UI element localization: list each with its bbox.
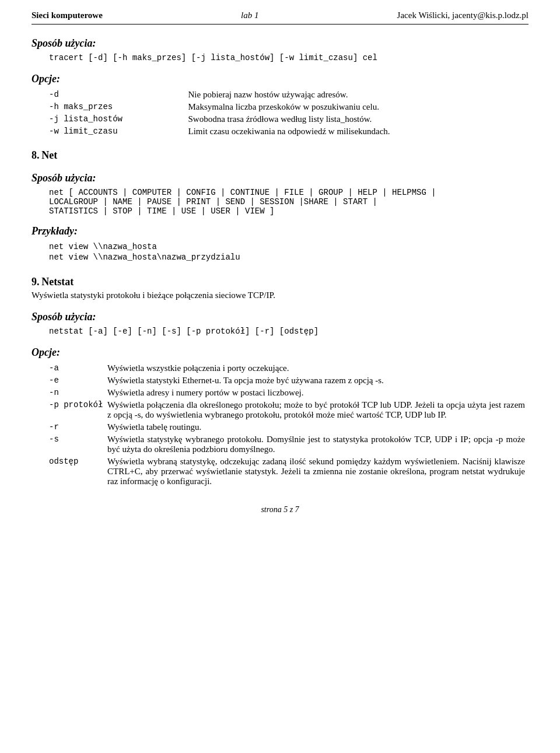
tracert-option-desc: Swobodna trasa źródłowa według listy lis… (188, 113, 528, 125)
tracert-options-heading: Opcje: (32, 73, 528, 85)
tracert-option-flag: -d (32, 89, 188, 101)
header-left: Sieci komputerowe (32, 10, 103, 20)
tracert-usage-line: tracert [-d] [-h maks_przes] [-j lista_h… (32, 53, 528, 62)
netstat-option-row: -eWyświetla statystyki Ethernet-u. Ta op… (32, 374, 528, 387)
net-examples: net view \\nazwa_hosta net view \\nazwa_… (32, 242, 528, 262)
netstat-usage: netstat [-a] [-e] [-n] [-s] [-p protokół… (32, 327, 528, 336)
footer-text: strona 5 z 7 (261, 505, 299, 514)
netstat-option-row: -p protokółWyświetla połączenia dla okre… (32, 399, 528, 421)
netstat-option-row: odstępWyświetla wybraną statystykę, odcz… (32, 456, 528, 488)
netstat-options-heading: Opcje: (32, 346, 528, 359)
netstat-option-flag: -r (32, 421, 107, 433)
tracert-section: Sposób użycia: tracert [-d] [-h maks_prz… (32, 37, 528, 138)
netstat-option-row: -nWyświetla adresy i numery portów w pos… (32, 387, 528, 399)
net-usage-line1: net [ ACCOUNTS | COMPUTER | CONFIG | CON… (32, 188, 528, 197)
net-section: 8. Net Sposób użycia: net [ ACCOUNTS | C… (32, 149, 528, 262)
tracert-option-row: -j lista_hostówSwobodna trasa źródłowa w… (32, 113, 528, 125)
netstat-options-table: -aWyświetla wszystkie połączenia i porty… (32, 362, 528, 488)
netstat-option-row: -sWyświetla statystykę wybranego protoko… (32, 433, 528, 456)
tracert-option-row: -h maks_przesMaksymalna liczba przeskokó… (32, 101, 528, 113)
net-usage-line2: LOCALGROUP | NAME | PAUSE | PRINT | SEND… (32, 197, 528, 206)
net-examples-heading: Przykłady: (32, 225, 528, 237)
page: Sieci komputerowe lab 1 Jacek Wiślicki, … (0, 0, 560, 753)
tracert-option-desc: Nie pobieraj nazw hostów używając adresó… (188, 89, 528, 101)
tracert-usage-heading: Sposób użycia: (32, 37, 528, 50)
netstat-option-desc: Wyświetla statystyki Ethernet-u. Ta opcj… (107, 374, 528, 387)
netstat-option-desc: Wyświetla wszystkie połączenia i porty o… (107, 362, 528, 374)
netstat-option-flag: odstęp (32, 456, 107, 488)
netstat-option-flag: -e (32, 374, 107, 387)
netstat-option-desc: Wyświetla tabelę routingu. (107, 421, 528, 433)
tracert-option-row: -dNie pobieraj nazw hostów używając adre… (32, 89, 528, 101)
netstat-option-row: -aWyświetla wszystkie połączenia i porty… (32, 362, 528, 374)
netstat-option-flag: -s (32, 433, 107, 456)
netstat-usage-heading: Sposób użycia: (32, 311, 528, 323)
net-section-title-block: 8. Net (32, 149, 528, 162)
netstat-option-desc: Wyświetla statystykę wybranego protokołu… (107, 433, 528, 456)
net-usage-heading: Sposób użycia: (32, 172, 528, 184)
tracert-option-desc: Limit czasu oczekiwania na odpowiedź w m… (188, 125, 528, 138)
net-section-title: Net (41, 149, 57, 161)
page-footer: strona 5 z 7 (32, 505, 528, 514)
netstat-option-flag: -n (32, 387, 107, 399)
netstat-option-row: -rWyświetla tabelę routingu. (32, 421, 528, 433)
tracert-option-flag: -j lista_hostów (32, 113, 188, 125)
tracert-option-desc: Maksymalna liczba przeskoków w poszukiwa… (188, 101, 528, 113)
net-example-2: net view \\nazwa_hosta\nazwa_przydzialu (49, 253, 528, 262)
netstat-option-flag: -a (32, 362, 107, 374)
netstat-option-desc: Wyświetla połączenia dla określonego pro… (107, 399, 528, 421)
netstat-option-flag: -p protokół (32, 399, 107, 421)
tracert-options-table: -dNie pobieraj nazw hostów używając adre… (32, 89, 528, 138)
net-section-number: 8. (32, 149, 40, 161)
tracert-option-flag: -h maks_przes (32, 101, 188, 113)
net-example-1: net view \\nazwa_hosta (49, 242, 528, 251)
netstat-section: 9. Netstat Wyświetla statystyki protokoł… (32, 276, 528, 488)
net-usage-line3: STATISTICS | STOP | TIME | USE | USER | … (32, 206, 528, 216)
netstat-title-block: 9. Netstat (32, 276, 528, 288)
page-header: Sieci komputerowe lab 1 Jacek Wiślicki, … (32, 10, 528, 24)
tracert-option-row: -w limit_czasuLimit czasu oczekiwania na… (32, 125, 528, 138)
tracert-option-flag: -w limit_czasu (32, 125, 188, 138)
netstat-number: 9. (32, 276, 40, 288)
header-right: Jacek Wiślicki, jacenty@kis.p.lodz.pl (397, 10, 528, 20)
netstat-option-desc: Wyświetla adresy i numery portów w posta… (107, 387, 528, 399)
netstat-option-desc: Wyświetla wybraną statystykę, odczekując… (107, 456, 528, 488)
header-center: lab 1 (241, 10, 258, 20)
netstat-intro: Wyświetla statystyki protokołu i bieżące… (32, 290, 528, 300)
netstat-title: Netstat (41, 276, 74, 288)
